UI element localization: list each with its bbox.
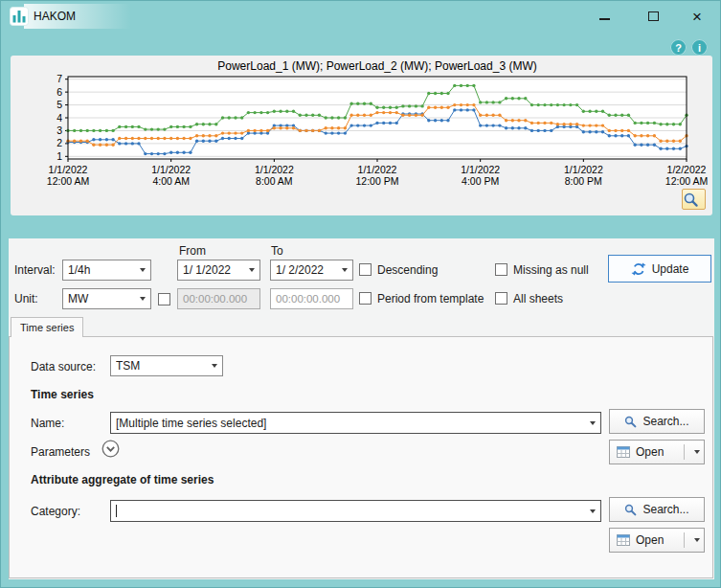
minimize-icon — [599, 18, 610, 20]
svg-text:8:00 AM: 8:00 AM — [256, 175, 293, 187]
time-override-checkbox[interactable] — [158, 292, 170, 306]
chevron-down-icon[interactable] — [207, 356, 222, 375]
attribute-aggregate-heading: Attribute aggregate of time series — [31, 473, 214, 486]
chevron-down-icon[interactable] — [135, 260, 150, 280]
refresh-icon — [631, 261, 646, 277]
tab-label: Time series — [20, 322, 74, 333]
descending-checkbox[interactable]: Descending — [359, 262, 438, 277]
svg-text:12:00 AM: 12:00 AM — [47, 175, 89, 187]
settings-area: Interval: 1/4h From 1/ 1/2022 To 1/ 2/20… — [9, 238, 714, 579]
update-label: Update — [652, 262, 689, 276]
time-series-heading: Time series — [31, 388, 94, 401]
split-divider — [684, 532, 685, 548]
search-icon — [624, 504, 637, 516]
period-from-template-checkbox[interactable]: Period from template — [359, 291, 484, 305]
open-label: Open — [636, 445, 664, 459]
checkbox-box[interactable] — [158, 293, 170, 305]
svg-text:7: 7 — [56, 73, 62, 84]
parameters-expander-button[interactable] — [101, 440, 120, 458]
descending-label: Descending — [377, 263, 438, 277]
maximize-icon — [648, 11, 659, 21]
svg-text:12:00 PM: 12:00 PM — [356, 175, 399, 187]
checkbox-box[interactable] — [495, 263, 507, 276]
interval-select[interactable]: 1/4h — [62, 260, 151, 281]
missing-as-null-label: Missing as null — [513, 263, 589, 277]
svg-text:3: 3 — [56, 124, 62, 136]
svg-text:1/1/2022: 1/1/2022 — [49, 164, 88, 175]
category-open-button[interactable]: Open — [609, 528, 705, 553]
missing-as-null-checkbox[interactable]: Missing as null — [495, 262, 589, 277]
title-bar[interactable]: HAKOM × — [1, 1, 720, 32]
name-open-button[interactable]: Open — [609, 440, 705, 464]
all-sheets-label: All sheets — [513, 292, 563, 305]
chevron-down-icon[interactable] — [337, 260, 352, 280]
time-series-panel: Data source: TSM Time series Name: [Mult… — [9, 336, 713, 578]
chevron-down-icon[interactable] — [244, 260, 259, 280]
checkbox-box[interactable] — [359, 263, 372, 276]
close-button[interactable]: × — [681, 6, 713, 27]
svg-text:8:00 PM: 8:00 PM — [565, 175, 602, 187]
chevron-down-circle-icon — [101, 440, 120, 458]
svg-text:PowerLoad_1 (MW); PowerLoad_2: PowerLoad_1 (MW); PowerLoad_2 (MW); Powe… — [217, 59, 536, 73]
chevron-down-icon[interactable] — [585, 501, 600, 521]
svg-text:2: 2 — [56, 137, 62, 148]
parameters-label: Parameters — [31, 445, 90, 459]
svg-text:4: 4 — [56, 112, 62, 124]
svg-text:6: 6 — [56, 86, 62, 98]
search-label: Search... — [642, 503, 688, 516]
info-button[interactable]: i — [691, 39, 708, 56]
hakom-window: HAKOM × ? i 1234567PowerLoad_1 (MW); Pow… — [0, 0, 721, 588]
unit-value: MW — [68, 292, 135, 305]
chart-svg: 1234567PowerLoad_1 (MW); PowerLoad_2 (MW… — [11, 57, 712, 192]
minimize-button[interactable] — [588, 6, 620, 27]
svg-text:1/1/2022: 1/1/2022 — [255, 164, 294, 175]
category-search-button[interactable]: Search... — [609, 497, 705, 522]
to-date-picker[interactable]: 1/ 2/2022 — [270, 260, 353, 281]
help-button[interactable]: ? — [670, 39, 687, 56]
chevron-down-icon[interactable] — [585, 413, 600, 433]
interval-value: 1/4h — [68, 263, 135, 277]
end-time-value: 00:00:00.000 — [276, 293, 340, 305]
app-logo-icon — [10, 7, 29, 26]
to-label: To — [271, 244, 283, 258]
name-label: Name: — [31, 417, 64, 430]
interval-label: Interval: — [14, 263, 56, 277]
checkbox-box[interactable] — [495, 292, 507, 305]
checkbox-box[interactable] — [359, 292, 372, 305]
table-icon — [617, 446, 630, 458]
start-time-value: 00:00:00.000 — [183, 293, 247, 305]
svg-text:1/1/2022: 1/1/2022 — [461, 164, 500, 175]
window-title: HAKOM — [34, 10, 76, 23]
table-icon — [617, 534, 630, 546]
from-date-picker[interactable]: 1/ 1/2022 — [177, 260, 260, 281]
svg-text:4:00 PM: 4:00 PM — [462, 175, 499, 187]
all-sheets-checkbox[interactable]: All sheets — [495, 291, 563, 305]
name-search-button[interactable]: Search... — [609, 409, 705, 434]
maximize-button[interactable] — [637, 6, 669, 27]
data-source-select[interactable]: TSM — [110, 355, 223, 376]
chevron-down-icon[interactable] — [694, 538, 700, 542]
period-from-template-label: Period from template — [377, 292, 484, 305]
chevron-down-icon[interactable] — [694, 450, 700, 454]
from-date-value: 1/ 1/2022 — [183, 263, 244, 277]
unit-select[interactable]: MW — [62, 288, 151, 309]
svg-text:12:00 AM: 12:00 AM — [665, 175, 708, 187]
svg-text:1/1/2022: 1/1/2022 — [564, 164, 603, 175]
name-combobox[interactable]: [Multiple time series selected] — [110, 412, 601, 434]
update-button[interactable]: Update — [608, 255, 711, 283]
svg-text:1: 1 — [56, 150, 62, 162]
start-time-field: 00:00:00.000 — [177, 288, 260, 309]
zoom-button[interactable] — [682, 189, 706, 210]
name-value: [Multiple time series selected] — [116, 417, 585, 430]
chevron-down-icon[interactable] — [135, 289, 150, 308]
data-source-value: TSM — [116, 359, 207, 373]
svg-text:4:00 AM: 4:00 AM — [152, 175, 190, 187]
svg-text:5: 5 — [56, 99, 62, 110]
tab-time-series[interactable]: Time series — [11, 317, 83, 337]
category-label: Category: — [31, 505, 80, 518]
chart-panel: 1234567PowerLoad_1 (MW); PowerLoad_2 (MW… — [11, 56, 712, 215]
end-time-field[interactable]: 00:00:00.000 — [270, 288, 353, 309]
close-icon: × — [692, 9, 702, 25]
category-combobox[interactable] — [110, 500, 601, 522]
open-label: Open — [636, 533, 664, 547]
